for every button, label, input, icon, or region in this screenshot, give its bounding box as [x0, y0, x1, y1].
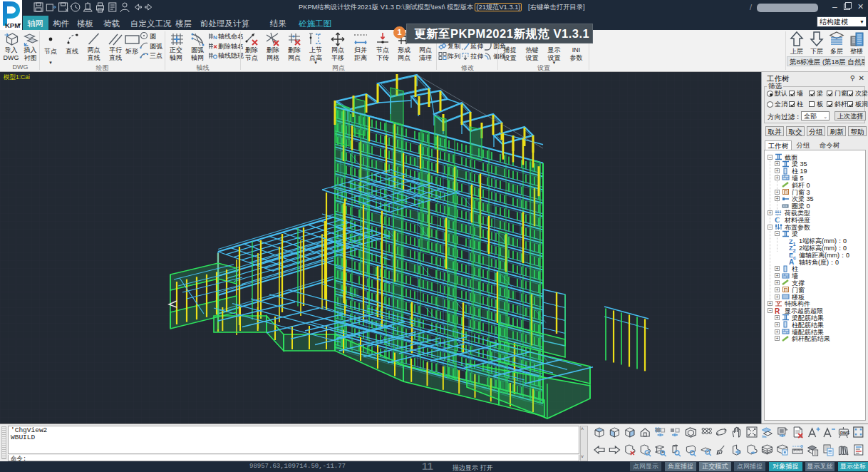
svg-text:N: N: [213, 34, 217, 41]
svg-text:模型1:Cai: 模型1:Cai: [3, 73, 30, 81]
svg-text:KPM: KPM: [5, 21, 20, 29]
svg-text:DWG: DWG: [840, 431, 849, 435]
